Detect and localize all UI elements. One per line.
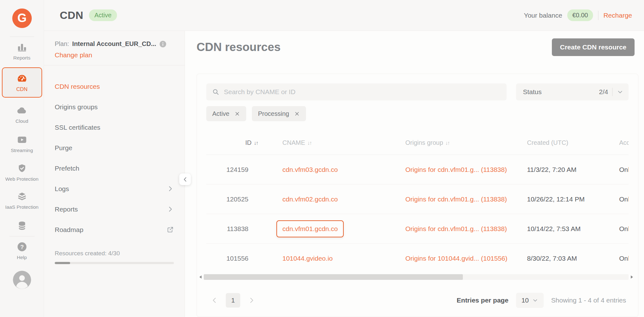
sidebar-item-label: CDN resources <box>55 83 100 90</box>
external-link-icon <box>167 226 174 233</box>
create-cdn-resource-button[interactable]: Create CDN resource <box>552 38 635 56</box>
speedometer-icon <box>17 73 27 84</box>
sidebar-item-label: Purge <box>55 144 72 152</box>
sidebar-item-purge[interactable]: Purge <box>44 138 185 158</box>
page-title: CDN <box>60 9 83 21</box>
plan-section: Plan: Internal Account_EUR_CD... Change … <box>44 31 185 65</box>
rail-item-reports[interactable]: Reports <box>2 39 42 64</box>
sidebar-item-cdn-resources[interactable]: CDN resources <box>44 76 185 97</box>
origins-group-link[interactable]: Origins for cdn.vfm01.g... (113838) <box>405 225 507 232</box>
sidebar-item-origins-groups[interactable]: Origins groups <box>44 97 185 117</box>
cell-id: 120525 <box>206 195 282 203</box>
next-page-icon[interactable] <box>248 297 255 304</box>
sort-icon[interactable]: ↓↑ <box>445 140 449 146</box>
recharge-link[interactable]: Recharge <box>603 12 632 19</box>
rail-item-label: Web Protection <box>5 176 39 182</box>
origins-group-link[interactable]: Origins for 101044.gvid... (101556) <box>405 255 508 262</box>
column-label: Accelera <box>619 139 629 146</box>
change-plan-link[interactable]: Change plan <box>55 51 92 59</box>
sidebar-item-reports[interactable]: Reports <box>44 199 185 219</box>
rail-item-label: IaaS Protection <box>5 204 39 210</box>
chevron-down-icon <box>532 297 538 303</box>
sidebar-collapse-button[interactable] <box>179 173 191 185</box>
search-icon <box>212 88 220 96</box>
cell-acceleration: Only sta <box>619 225 629 233</box>
scrollbar-track[interactable] <box>204 274 629 280</box>
origins-group-link[interactable]: Origins for cdn.vfm01.g... (113838) <box>405 166 507 173</box>
rail-item-streaming[interactable]: Streaming <box>2 132 42 156</box>
person-icon <box>13 271 31 289</box>
origins-group-link[interactable]: Origins for cdn.vfm01.g... (113838) <box>405 195 507 203</box>
table-row: 120525 cdn.vfm02.gcdn.co Origins for cdn… <box>206 184 629 214</box>
resources-card: Status 2/4 Active <box>197 74 638 317</box>
column-label: Origins group <box>405 139 443 146</box>
filter-chip-active[interactable]: Active <box>206 106 246 121</box>
cell-acceleration: Only sta <box>619 195 629 203</box>
chip-label: Processing <box>258 110 289 117</box>
cname-link[interactable]: 101044.gvideo.io <box>282 255 333 262</box>
rail-item-label: Streaming <box>11 147 33 154</box>
cell-acceleration: Only sta <box>619 255 629 262</box>
balance-label: Your balance <box>524 12 562 19</box>
status-filter-dropdown[interactable]: Status 2/4 <box>516 83 629 100</box>
entries-per-page-dropdown[interactable]: 10 <box>516 293 544 308</box>
question-icon: ? <box>17 241 27 252</box>
sidebar-item-prefetch[interactable]: Prefetch <box>44 158 185 178</box>
cname-link[interactable]: cdn.vfm03.gcdn.co <box>282 166 338 173</box>
cell-created: 10/14/22, 7:53 AM <box>527 225 619 233</box>
rail-item-web-protection[interactable]: Web Protection <box>2 161 42 185</box>
close-icon[interactable] <box>234 111 240 117</box>
chip-label: Active <box>212 110 229 117</box>
rail-item-help[interactable]: ? Help <box>2 239 42 263</box>
table-row: 101556 101044.gvideo.io Origins for 1010… <box>206 244 629 273</box>
pagination-bar: 1 Entries per page 10 <box>206 293 629 308</box>
scrollbar-thumb[interactable] <box>204 274 463 280</box>
svg-text:G: G <box>17 11 27 25</box>
search-input[interactable] <box>224 88 501 96</box>
sidebar-item-label: Prefetch <box>55 165 79 172</box>
sidebar-item-logs[interactable]: Logs <box>44 178 185 199</box>
sort-icon[interactable]: ↓↑ <box>307 140 311 146</box>
previous-page-icon[interactable] <box>211 297 218 304</box>
table-row: 124159 cdn.vfm03.gcdn.co Origins for cdn… <box>206 155 629 184</box>
filter-chip-processing[interactable]: Processing <box>252 106 306 121</box>
cell-id: 101556 <box>206 255 282 262</box>
rail-item-cloud[interactable]: Cloud <box>2 103 42 127</box>
column-header-id[interactable]: ID↓↑ <box>206 139 282 146</box>
info-icon[interactable] <box>159 41 166 48</box>
rail-item-iaas-protection[interactable]: IaaS Protection <box>2 189 42 213</box>
sidebar-item-label: Reports <box>55 206 78 213</box>
column-header-cname[interactable]: CNAME↓↑ <box>282 139 405 146</box>
main-content: CDN resources Create CDN resource <box>185 31 644 317</box>
column-header-origins-group[interactable]: Origins group↓↑ <box>405 139 527 146</box>
svg-text:?: ? <box>20 244 24 250</box>
user-avatar[interactable] <box>13 271 31 289</box>
page-number-button[interactable]: 1 <box>226 293 240 308</box>
bar-chart-icon <box>17 42 27 53</box>
rail-divider <box>9 236 35 236</box>
status-filter-count: 2/4 <box>599 88 608 96</box>
rail-item-cdn[interactable]: CDN <box>2 67 42 97</box>
column-label: Created (UTC) <box>527 139 568 146</box>
entries-controls: Entries per page 10 Showing 1 - 4 of 4 e… <box>457 293 629 308</box>
close-icon[interactable] <box>294 111 300 117</box>
balance-value-badge: €0.00 <box>567 9 593 21</box>
body-row: Plan: Internal Account_EUR_CD... Change … <box>44 31 644 317</box>
gcore-logo[interactable]: G <box>12 8 32 28</box>
cname-link[interactable]: cdn.vfm02.gcdn.co <box>282 195 338 203</box>
resources-progress-track <box>55 262 174 264</box>
filter-row: Status 2/4 <box>206 83 629 100</box>
plan-label: Plan: <box>55 40 69 48</box>
rail-item-database[interactable] <box>2 218 42 234</box>
topbar-title-group: CDN Active <box>44 9 185 21</box>
shield-check-icon <box>17 163 27 174</box>
icon-rail: G Reports CDN <box>0 0 44 317</box>
scroll-right-arrow-icon[interactable] <box>631 275 633 279</box>
sidebar-item-roadmap[interactable]: Roadmap <box>44 219 185 240</box>
sidebar-item-ssl-certificates[interactable]: SSL certificates <box>44 117 185 138</box>
sort-icon[interactable]: ↓↑ <box>254 140 258 146</box>
cloud-icon <box>17 105 27 116</box>
scroll-left-arrow-icon[interactable] <box>199 275 202 279</box>
main-header: CDN resources Create CDN resource <box>197 38 638 56</box>
cname-link[interactable]: cdn.vfm01.gcdn.co <box>282 225 338 232</box>
